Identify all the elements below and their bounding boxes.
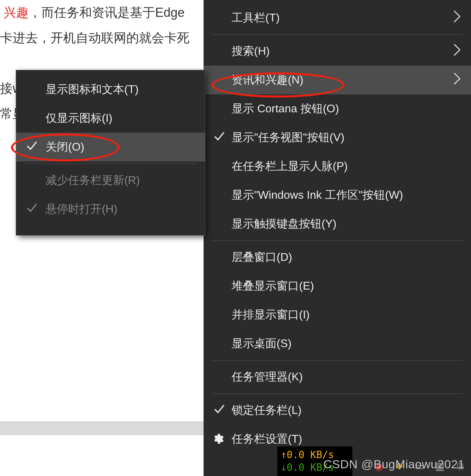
menu-label: 显示"任务视图"按钮(V) [232, 130, 344, 145]
submenu-item-icon-text[interactable]: 显示图标和文本(T) [16, 75, 205, 104]
check-icon [213, 130, 225, 145]
net-upload: 0.0 KB/s [281, 449, 349, 461]
tray-app-icon[interactable]: ▥ [434, 460, 446, 472]
menu-separator [212, 34, 463, 35]
menu-label: 在任务栏上显示人脉(P) [232, 159, 348, 174]
tray-app-icon[interactable]: ▭ [413, 460, 425, 472]
article-line1-rest: ，而任务和资讯是基于Edge [29, 5, 185, 20]
menu-separator [212, 360, 463, 361]
menu-label: 资讯和兴趣(N) [232, 72, 303, 88]
menu-label: 仅显示图标(I) [46, 111, 112, 126]
submenu-item-icon-only[interactable]: 仅显示图标(I) [16, 104, 205, 133]
menu-separator [212, 240, 463, 241]
menu-item-ink[interactable]: 显示"Windows Ink 工作区"按钮(W) [204, 181, 471, 210]
check-icon [213, 403, 225, 418]
menu-item-search[interactable]: 搜索(H) [204, 37, 471, 66]
menu-item-toolbar[interactable]: 工具栏(T) [204, 4, 471, 32]
menu-label: 显示 Cortana 按钮(O) [232, 101, 339, 117]
chevron-right-icon [453, 44, 461, 59]
menu-item-cortana[interactable]: 显示 Cortana 按钮(O) [204, 94, 471, 123]
system-tray: ◉ ❖ ▭ ▥ ⎚ [373, 456, 471, 476]
tray-app-icon[interactable]: ❖ [393, 460, 405, 472]
menu-item-news-interests[interactable]: 资讯和兴趣(N) [204, 66, 471, 94]
menu-label: 显示"Windows Ink 工作区"按钮(W) [232, 187, 403, 203]
menu-separator [25, 164, 197, 164]
submenu-item-open-on-hover: 悬停时打开(H) [16, 195, 205, 224]
menu-item-taskview[interactable]: 显示"任务视图"按钮(V) [204, 123, 471, 152]
menu-label: 关闭(O) [46, 139, 84, 155]
menu-label: 减少任务栏更新(R) [46, 173, 140, 188]
net-download: 0.0 KB/s [281, 461, 349, 474]
menu-label: 堆叠显示窗口(E) [232, 278, 314, 294]
news-interests-submenu: 显示图标和文本(T) 仅显示图标(I) 关闭(O) 减少任务栏更新(R) 悬停时… [16, 70, 205, 235]
menu-label: 显示触摸键盘按钮(Y) [232, 216, 337, 232]
chevron-right-icon [453, 72, 461, 88]
menu-item-task-manager[interactable]: 任务管理器(K) [204, 363, 471, 391]
menu-item-show-desktop[interactable]: 显示桌面(S) [204, 329, 471, 358]
menu-label: 显示桌面(S) [232, 336, 292, 351]
chevron-right-icon [453, 10, 461, 26]
submenu-item-off[interactable]: 关闭(O) [16, 133, 205, 161]
menu-label: 工具栏(T) [232, 10, 280, 26]
menu-separator [212, 394, 463, 394]
submenu-item-reduce-updates: 减少任务栏更新(R) [16, 166, 205, 195]
menu-label: 层叠窗口(D) [232, 250, 292, 265]
network-speed-overlay: 0.0 KB/s 0.0 KB/s [277, 447, 352, 476]
tray-app-icon[interactable]: ◉ [373, 460, 385, 472]
check-icon [26, 202, 38, 217]
check-icon [26, 140, 38, 154]
menu-label: 显示图标和文本(T) [46, 82, 139, 97]
article-red-text: 兴趣 [4, 5, 29, 20]
gear-icon [212, 433, 225, 445]
menu-item-sidebyside[interactable]: 并排显示窗口(I) [204, 300, 471, 329]
menu-label: 搜索(H) [232, 44, 270, 59]
menu-label: 任务管理器(K) [232, 369, 303, 385]
menu-item-cascade[interactable]: 层叠窗口(D) [204, 243, 471, 272]
menu-label: 锁定任务栏(L) [232, 403, 301, 418]
taskbar-context-menu: 工具栏(T) 搜索(H) 资讯和兴趣(N) 显示 Cortana 按钮(O) 显… [204, 0, 471, 476]
menu-item-people[interactable]: 在任务栏上显示人脉(P) [204, 152, 471, 181]
menu-item-touch-keyboard[interactable]: 显示触摸键盘按钮(Y) [204, 210, 471, 238]
menu-label: 悬停时打开(H) [46, 201, 117, 217]
menu-item-lock-taskbar[interactable]: 锁定任务栏(L) [204, 396, 471, 425]
menu-item-stack[interactable]: 堆叠显示窗口(E) [204, 272, 471, 300]
menu-label: 任务栏设置(T) [232, 431, 302, 447]
menu-label: 并排显示窗口(I) [232, 307, 310, 323]
tray-app-icon[interactable]: ⎚ [454, 460, 466, 472]
